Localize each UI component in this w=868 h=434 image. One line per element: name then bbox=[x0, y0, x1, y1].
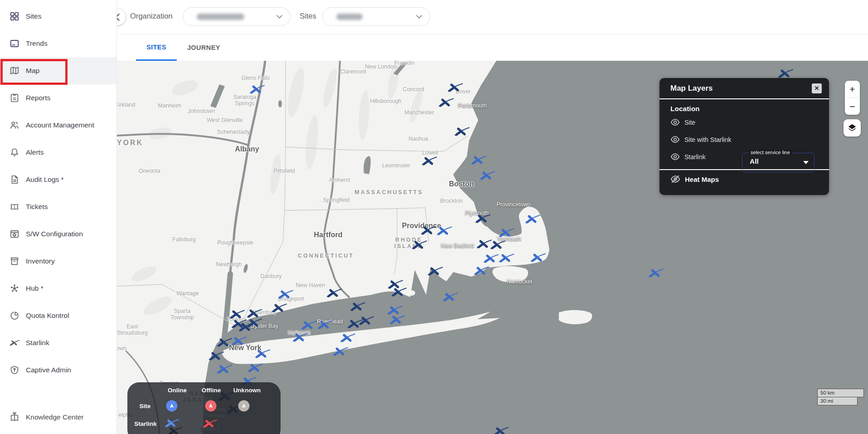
sidebar-item-label: Quota Kontrol bbox=[26, 312, 69, 320]
sidebar-item-label: Trends bbox=[26, 39, 48, 48]
sidebar-item-captive-admin[interactable]: Captive Admin bbox=[0, 356, 116, 384]
zoom-in-button[interactable]: + bbox=[845, 81, 860, 98]
zoom-control: + − bbox=[845, 81, 860, 115]
sidebar-item-hub[interactable]: Hub * bbox=[0, 275, 116, 302]
knowledge-center-icon bbox=[9, 412, 20, 423]
scale-mi: 30 mi bbox=[817, 397, 858, 405]
trends-icon bbox=[9, 38, 20, 49]
map-layers-panel: Map Layers ✕ Location SiteSite with Star… bbox=[659, 78, 829, 195]
map-canvas[interactable]: Glens FallsSaratoga SpringsKirklandManhe… bbox=[117, 61, 868, 434]
sites-select[interactable] bbox=[322, 7, 430, 26]
tab-bar: SITES JOURNEY bbox=[117, 34, 868, 61]
legend-col-offline: Offline bbox=[202, 387, 221, 394]
sidebar-items: SitesTrendsMapReportsAccount ManagementA… bbox=[0, 3, 116, 384]
map-legend: Online Offline Unknown Site Starlink bbox=[127, 382, 281, 434]
sidebar-item-trends[interactable]: Trends bbox=[0, 30, 116, 57]
site-online-icon bbox=[166, 400, 178, 412]
tab-journey[interactable]: JOURNEY bbox=[177, 34, 231, 61]
zoom-out-button[interactable]: − bbox=[845, 98, 860, 115]
starlink-offline-icon bbox=[203, 419, 217, 430]
site-offline-icon bbox=[205, 400, 217, 412]
heat-maps-label: Heat Maps bbox=[685, 176, 719, 183]
layer-toggle-site-with-starlink[interactable]: Site with Starlink bbox=[670, 135, 818, 144]
sidebar-item-map[interactable]: Map bbox=[0, 57, 116, 84]
chevron-down-icon bbox=[276, 15, 282, 19]
location-section: Location SiteSite with StarlinkStarlink bbox=[659, 99, 829, 161]
account-icon bbox=[9, 120, 20, 131]
sidebar-item-inventory[interactable]: Inventory bbox=[0, 248, 116, 275]
sidebar-item-label: Inventory bbox=[26, 257, 55, 265]
organization-select[interactable] bbox=[183, 7, 291, 26]
sites-label: Sites bbox=[300, 12, 316, 20]
sidebar-item-label: Starlink bbox=[26, 339, 49, 347]
sidebar-item-label: Sites bbox=[26, 12, 41, 20]
map-scale: 50 km 30 mi bbox=[817, 389, 864, 405]
legend-row-site: Site bbox=[140, 403, 151, 410]
location-title: Location bbox=[670, 105, 818, 113]
sidebar: SitesTrendsMapReportsAccount ManagementA… bbox=[0, 0, 117, 434]
map-icon bbox=[9, 65, 20, 76]
eye-icon bbox=[670, 117, 680, 127]
sidebar-item-tickets[interactable]: Tickets bbox=[0, 193, 116, 220]
legend-col-unknown: Unknown bbox=[233, 387, 261, 394]
layer-label: Site with Starlink bbox=[684, 136, 731, 143]
eye-icon bbox=[670, 135, 680, 144]
service-line-select[interactable]: select service line All bbox=[742, 153, 815, 172]
swconfig-icon bbox=[9, 229, 20, 239]
hub-icon bbox=[9, 283, 20, 294]
sidebar-item-label: Account Management bbox=[26, 121, 94, 129]
sidebar-item-alerts[interactable]: Alerts bbox=[0, 139, 116, 166]
layer-label: Starlink bbox=[684, 153, 706, 161]
sidebar-item-label: Map bbox=[26, 67, 39, 75]
service-line-value: All bbox=[750, 157, 759, 166]
tickets-icon bbox=[9, 201, 20, 212]
sidebar-item-s-w-configuration[interactable]: S/W Configuration bbox=[0, 220, 116, 248]
sidebar-item-label: Alerts bbox=[26, 148, 44, 156]
organization-value-redacted bbox=[197, 14, 244, 20]
sites-icon bbox=[9, 11, 20, 22]
legend-col-online: Online bbox=[168, 387, 187, 394]
sidebar-item-label: Audit Logs * bbox=[26, 176, 64, 184]
sidebar-item-account-management[interactable]: Account Management bbox=[0, 112, 116, 139]
legend-row-starlink: Starlink bbox=[134, 420, 157, 427]
captive-icon bbox=[9, 365, 20, 375]
eye-off-icon bbox=[670, 174, 680, 184]
audit-icon bbox=[9, 174, 20, 185]
close-icon[interactable]: ✕ bbox=[812, 83, 822, 93]
sidebar-item-starlink[interactable]: Starlink bbox=[0, 329, 116, 356]
service-line-label: select service line bbox=[749, 150, 792, 155]
map-layers-title: Map Layers bbox=[670, 84, 812, 93]
layer-toggle-site[interactable]: Site bbox=[670, 117, 818, 127]
starlink-online-icon bbox=[165, 419, 179, 429]
organization-label: Organization bbox=[130, 12, 173, 20]
sidebar-item-quota-kontrol[interactable]: Quota Kontrol bbox=[0, 302, 116, 329]
sidebar-item-label: Tickets bbox=[26, 203, 48, 211]
reports-icon bbox=[9, 93, 20, 103]
eye-icon bbox=[670, 152, 680, 161]
knowledge-center-label: Knowledge Center bbox=[26, 413, 84, 421]
chevron-down-icon bbox=[416, 15, 422, 19]
sidebar-item-label: S/W Configuration bbox=[26, 230, 83, 238]
sidebar-item-label: Hub * bbox=[26, 284, 44, 293]
sidebar-item-label: Reports bbox=[26, 94, 50, 102]
sidebar-item-label: Captive Admin bbox=[26, 366, 71, 374]
app: SitesTrendsMapReportsAccount ManagementA… bbox=[0, 0, 868, 434]
inventory-icon bbox=[9, 256, 20, 267]
layer-label: Site bbox=[684, 119, 695, 126]
sidebar-item-reports[interactable]: Reports bbox=[0, 84, 116, 112]
quota-icon bbox=[9, 310, 20, 321]
sidebar-item-audit-logs[interactable]: Audit Logs * bbox=[0, 166, 116, 193]
starlinkx-icon bbox=[9, 337, 20, 348]
map-layers-header: Map Layers ✕ bbox=[659, 78, 829, 99]
scale-km: 50 km bbox=[817, 389, 864, 397]
basemap-layers-button[interactable] bbox=[844, 119, 861, 137]
header: Organization Sites bbox=[117, 0, 868, 34]
site-unknown-icon bbox=[238, 400, 250, 412]
sidebar-item-knowledge-center[interactable]: Knowledge Center bbox=[0, 407, 116, 428]
caret-down-icon bbox=[803, 161, 809, 164]
sites-value-redacted bbox=[336, 14, 363, 20]
tab-sites[interactable]: SITES bbox=[136, 34, 177, 61]
sidebar-item-sites[interactable]: Sites bbox=[0, 3, 116, 30]
heat-maps-toggle[interactable]: Heat Maps bbox=[659, 170, 829, 188]
alerts-icon bbox=[9, 147, 20, 158]
